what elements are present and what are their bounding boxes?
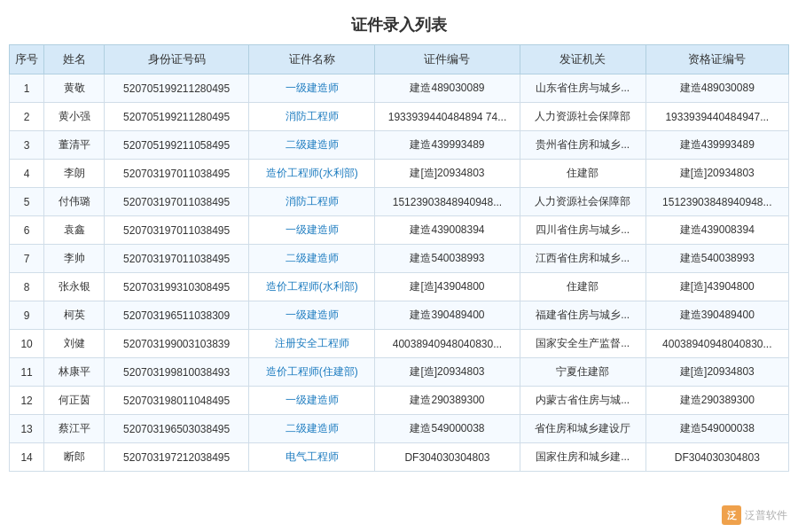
table-cell-certno: 建造439993489 xyxy=(375,131,520,160)
table-row: 7李帅520703197011038495二级建造师建造540038993江西省… xyxy=(10,245,789,273)
table-cell-qualino: 建[造]20934803 xyxy=(645,358,788,387)
table-cell-certno: DF304030304803 xyxy=(375,443,520,472)
table-header-cell: 身份证号码 xyxy=(104,45,249,74)
table-header-cell: 证件编号 xyxy=(375,45,520,74)
table-cell-certname[interactable]: 二级建造师 xyxy=(249,415,375,443)
table-cell-org: 山东省住房与城乡... xyxy=(520,74,645,103)
table-cell-certno: 建造439008394 xyxy=(375,216,520,245)
table-cell-org: 四川省住房与城乡... xyxy=(520,216,645,245)
table-cell-seq: 5 xyxy=(10,188,44,216)
table-cell-name: 袁鑫 xyxy=(44,216,105,245)
table-row: 12何正茵520703198011048495一级建造师建造290389300内… xyxy=(10,387,789,415)
table-cell-qualino: 建[造]20934803 xyxy=(645,160,788,188)
table-cell-certname[interactable]: 消防工程师 xyxy=(249,103,375,131)
table-cell-certname[interactable]: 造价工程师(水利部) xyxy=(249,273,375,301)
table-row: 11林康平520703199810038493造价工程师(住建部)建[造]209… xyxy=(10,358,789,387)
table-header-row: 序号姓名身份证号码证件名称证件编号发证机关资格证编号 xyxy=(10,45,789,74)
table-cell-idno: 520703199310308495 xyxy=(104,273,249,301)
table-cell-idno: 520703198011048495 xyxy=(104,387,249,415)
table-cell-idno: 520705199211058495 xyxy=(104,131,249,160)
table-cell-qualino: DF304030304803 xyxy=(645,443,788,472)
table-cell-org: 福建省住房与城乡... xyxy=(520,301,645,330)
table-cell-org: 人力资源社会保障部 xyxy=(520,103,645,131)
table-header-cell: 资格证编号 xyxy=(645,45,788,74)
table-cell-idno: 520703196503038495 xyxy=(104,415,249,443)
table-cell-name: 何正茵 xyxy=(44,387,105,415)
table-cell-name: 黄小强 xyxy=(44,103,105,131)
table-cell-qualino: 建造439993489 xyxy=(645,131,788,160)
table-cell-org: 人力资源社会保障部 xyxy=(520,188,645,216)
table-row: 1黄敬520705199211280495一级建造师建造489030089山东省… xyxy=(10,74,789,103)
table-cell-name: 张永银 xyxy=(44,273,105,301)
table-cell-seq: 12 xyxy=(10,387,44,415)
table-cell-idno: 520705199211280495 xyxy=(104,103,249,131)
table-cell-qualino: 建造439008394 xyxy=(645,216,788,245)
table-row: 4李朗520703197011038495造价工程师(水利部)建[造]20934… xyxy=(10,160,789,188)
table-cell-certno: 1933939440484894 74... xyxy=(375,103,520,131)
table-cell-org: 住建部 xyxy=(520,273,645,301)
table-header-cell: 证件名称 xyxy=(249,45,375,74)
table-cell-seq: 6 xyxy=(10,216,44,245)
table-cell-seq: 14 xyxy=(10,443,44,472)
table-row: 9柯英520703196511038309一级建造师建造390489400福建省… xyxy=(10,301,789,330)
table-cell-qualino: 40038940948040830... xyxy=(645,330,788,358)
table-row: 6袁鑫520703197011038495一级建造师建造439008394四川省… xyxy=(10,216,789,245)
table-cell-certname[interactable]: 造价工程师(住建部) xyxy=(249,358,375,387)
table-cell-seq: 13 xyxy=(10,415,44,443)
table-cell-seq: 10 xyxy=(10,330,44,358)
table-cell-certname[interactable]: 造价工程师(水利部) xyxy=(249,160,375,188)
table-cell-qualino: 1933939440484947... xyxy=(645,103,788,131)
table-header-cell: 发证机关 xyxy=(520,45,645,74)
table-cell-org: 内蒙古省住房与城... xyxy=(520,387,645,415)
table-cell-certname[interactable]: 一级建造师 xyxy=(249,387,375,415)
table-cell-certname[interactable]: 二级建造师 xyxy=(249,245,375,273)
table-cell-org: 贵州省住房和城乡... xyxy=(520,131,645,160)
watermark: 泛 泛普软件 xyxy=(722,505,787,525)
table-cell-org: 住建部 xyxy=(520,160,645,188)
table-cell-org: 省住房和城乡建设厅 xyxy=(520,415,645,443)
table-cell-name: 付伟璐 xyxy=(44,188,105,216)
table-cell-certno: 建造290389300 xyxy=(375,387,520,415)
table-row: 14断郎520703197212038495电气工程师DF30403030480… xyxy=(10,443,789,472)
table-cell-seq: 8 xyxy=(10,273,44,301)
table-cell-certname[interactable]: 消防工程师 xyxy=(249,188,375,216)
table-cell-idno: 520703196511038309 xyxy=(104,301,249,330)
table-cell-name: 蔡江平 xyxy=(44,415,105,443)
table-cell-idno: 520703199003103839 xyxy=(104,330,249,358)
table-row: 13蔡江平520703196503038495二级建造师建造549000038省… xyxy=(10,415,789,443)
table-cell-qualino: 建造390489400 xyxy=(645,301,788,330)
table-container: 序号姓名身份证号码证件名称证件编号发证机关资格证编号 1黄敬5207051992… xyxy=(0,44,798,481)
table-cell-name: 柯英 xyxy=(44,301,105,330)
table-cell-certname[interactable]: 一级建造师 xyxy=(249,301,375,330)
table-cell-org: 国家安全生产监督... xyxy=(520,330,645,358)
watermark-logo: 泛 xyxy=(722,505,741,525)
table-cell-seq: 9 xyxy=(10,301,44,330)
cert-table: 序号姓名身份证号码证件名称证件编号发证机关资格证编号 1黄敬5207051992… xyxy=(9,44,789,472)
table-cell-certname[interactable]: 二级建造师 xyxy=(249,131,375,160)
table-cell-name: 李帅 xyxy=(44,245,105,273)
table-cell-qualino: 15123903848940948... xyxy=(645,188,788,216)
table-cell-certno: 建造549000038 xyxy=(375,415,520,443)
table-cell-name: 董清平 xyxy=(44,131,105,160)
table-cell-idno: 520703197011038495 xyxy=(104,160,249,188)
table-cell-idno: 520703197011038495 xyxy=(104,216,249,245)
table-cell-seq: 2 xyxy=(10,103,44,131)
table-cell-qualino: 建造540038993 xyxy=(645,245,788,273)
table-cell-qualino: 建造290389300 xyxy=(645,387,788,415)
table-header-cell: 序号 xyxy=(10,45,44,74)
table-cell-certname[interactable]: 一级建造师 xyxy=(249,74,375,103)
page-title: 证件录入列表 xyxy=(0,0,798,44)
watermark-text: 泛普软件 xyxy=(745,508,787,523)
table-cell-org: 江西省住房和城乡... xyxy=(520,245,645,273)
table-cell-certname[interactable]: 电气工程师 xyxy=(249,443,375,472)
table-cell-org: 国家住房和城乡建... xyxy=(520,443,645,472)
table-cell-certname[interactable]: 注册安全工程师 xyxy=(249,330,375,358)
table-cell-certno: 建造390489400 xyxy=(375,301,520,330)
table-cell-seq: 7 xyxy=(10,245,44,273)
table-cell-certname[interactable]: 一级建造师 xyxy=(249,216,375,245)
table-cell-qualino: 建造489030089 xyxy=(645,74,788,103)
table-cell-name: 林康平 xyxy=(44,358,105,387)
table-cell-seq: 1 xyxy=(10,74,44,103)
table-cell-certno: 建[造]20934803 xyxy=(375,160,520,188)
table-cell-name: 刘健 xyxy=(44,330,105,358)
